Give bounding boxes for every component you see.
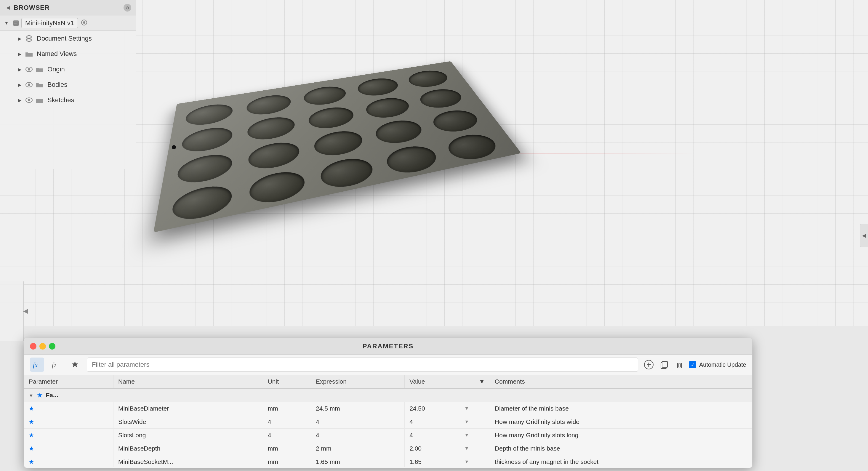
row-name[interactable]: SlotsLong: [113, 429, 263, 442]
group-label: Fa...: [46, 391, 58, 399]
table-row[interactable]: ★ MiniBaseDiameter mm 24.5 mm 24.50 ▼ Di…: [24, 402, 752, 415]
chevron-sketches[interactable]: ▶: [16, 96, 24, 104]
browser-pin-icon[interactable]: ⊙: [124, 4, 131, 11]
document-item[interactable]: ▼ MiniFinityNxN v1: [0, 15, 136, 31]
row-sort-blank: [474, 455, 490, 467]
right-collapse-handle[interactable]: ◀: [860, 224, 868, 247]
row-expression[interactable]: 24.5 mm: [311, 402, 405, 415]
favorites-button[interactable]: [68, 357, 82, 372]
doc-type-icon: [11, 19, 21, 27]
table-row-group[interactable]: ▼ ★ Fa...: [24, 388, 752, 402]
table-header: Parameter Name Unit Expression Value ▼ C…: [24, 375, 752, 388]
col-comments: Comments: [490, 375, 752, 388]
row-icon-cell: ★: [24, 442, 113, 455]
row-name[interactable]: MiniBaseDiameter: [113, 402, 263, 415]
row-sort-blank: [474, 402, 490, 415]
eye-origin-icon: [24, 65, 34, 73]
parameters-panel: PARAMETERS fx f₂: [24, 338, 752, 468]
filter-input[interactable]: [87, 357, 638, 372]
row-comments[interactable]: Diameter of the minis base: [490, 402, 752, 415]
table-row[interactable]: ★ MiniBaseSocketM... mm 1.65 mm 1.65 ▼ t…: [24, 455, 752, 467]
copy-parameter-button[interactable]: [658, 359, 670, 371]
row-sort-blank: [474, 442, 490, 455]
table-body: ▼ ★ Fa... ★ MiniBaseDiameter mm 24.5 mm …: [24, 388, 752, 467]
tray-top-face: [153, 61, 521, 232]
side-panel-hint: ◀: [0, 281, 24, 341]
bodies-label: Bodies: [48, 81, 67, 89]
doc-settings-icon[interactable]: [81, 19, 87, 27]
svg-text:f₂: f₂: [52, 361, 57, 369]
chevron-doc-settings[interactable]: ▶: [16, 34, 24, 43]
row-sort-blank: [474, 415, 490, 429]
table-row[interactable]: ★ MiniBaseDepth mm 2 mm 2.00 ▼ Depth of …: [24, 442, 752, 455]
row-unit[interactable]: mm: [263, 442, 311, 455]
params-table-container[interactable]: Parameter Name Unit Expression Value ▼ C…: [24, 375, 752, 467]
folder-bodies-icon: [34, 81, 45, 89]
browser-panel: ◀ BROWSER ⊙ ▼ MiniFinityNxN v1 ▶: [0, 0, 136, 169]
chevron-bodies[interactable]: ▶: [16, 81, 24, 89]
svg-point-4: [83, 21, 85, 24]
row-comments[interactable]: How many Gridfinity slots long: [490, 429, 752, 442]
origin-label: Origin: [48, 65, 65, 73]
delete-parameter-button[interactable]: [674, 359, 685, 371]
row-expression[interactable]: 2 mm: [311, 442, 405, 455]
auto-update-checkbox[interactable]: ✓: [689, 361, 696, 368]
row-unit[interactable]: mm: [263, 455, 311, 467]
row-value: 4 ▼: [405, 429, 474, 442]
row-expression[interactable]: 4: [311, 429, 405, 442]
minimize-button[interactable]: [39, 343, 46, 350]
auto-update-label: Automatic Update: [699, 362, 746, 368]
row-unit[interactable]: mm: [263, 402, 311, 415]
col-name: Name: [113, 375, 263, 388]
tree-item-named-views[interactable]: ▶ Named Views: [0, 46, 136, 62]
svg-point-11: [28, 99, 30, 101]
row-name[interactable]: MiniBaseDepth: [113, 442, 263, 455]
eye-sketches-icon: [24, 96, 34, 104]
row-name[interactable]: MiniBaseSocketM...: [113, 455, 263, 467]
params-title: PARAMETERS: [363, 342, 413, 350]
3d-model: [148, 18, 711, 270]
add-parameter-button[interactable]: [643, 359, 655, 371]
row-value: 1.65 ▼: [405, 455, 474, 467]
svg-text:fx: fx: [33, 361, 38, 369]
origin-point: [172, 145, 176, 149]
formula2-button[interactable]: f₂: [49, 357, 63, 372]
svg-rect-18: [662, 362, 668, 367]
row-expression[interactable]: 1.65 mm: [311, 455, 405, 467]
chevron-origin[interactable]: ▶: [16, 65, 24, 73]
table-row[interactable]: ★ SlotsWide 4 4 4 ▼ How many Gridfinity …: [24, 415, 752, 429]
group-cell: ▼ ★ Fa...: [24, 388, 752, 402]
close-button[interactable]: [30, 343, 36, 350]
maximize-button[interactable]: [49, 343, 55, 350]
col-parameter: Parameter: [24, 375, 113, 388]
params-toolbar: fx f₂: [24, 354, 752, 375]
row-comments[interactable]: thickness of any magnet in the socket: [490, 455, 752, 467]
sketches-label: Sketches: [48, 96, 74, 104]
row-expression[interactable]: 4: [311, 415, 405, 429]
row-value: 4 ▼: [405, 415, 474, 429]
tree-item-sketches[interactable]: ▶ Sketches: [0, 92, 136, 108]
row-value: 2.00 ▼: [405, 442, 474, 455]
table-row[interactable]: ★ SlotsLong 4 4 4 ▼ How many Gridfinity …: [24, 429, 752, 442]
svg-rect-1: [14, 22, 18, 22]
tree-item-document-settings[interactable]: ▶ Document Settings: [0, 31, 136, 46]
row-comments[interactable]: How many Gridfinity slots wide: [490, 415, 752, 429]
side-arrow-icon[interactable]: ◀: [23, 307, 28, 315]
row-unit[interactable]: 4: [263, 415, 311, 429]
chevron-named-views[interactable]: ▶: [16, 50, 24, 58]
params-table: Parameter Name Unit Expression Value ▼ C…: [24, 375, 752, 467]
row-name[interactable]: SlotsWide: [113, 415, 263, 429]
browser-collapse-button[interactable]: ◀: [5, 4, 11, 11]
row-unit[interactable]: 4: [263, 429, 311, 442]
folder-origin-icon: [34, 65, 45, 73]
eye-bodies-icon: [24, 81, 34, 89]
formula-button[interactable]: fx: [30, 357, 44, 372]
row-comments[interactable]: Depth of the minis base: [490, 442, 752, 455]
tree-item-bodies[interactable]: ▶ Bodies: [0, 77, 136, 92]
doc-chevron[interactable]: ▼: [2, 19, 11, 27]
tree-item-origin[interactable]: ▶ Origin: [0, 62, 136, 77]
col-value: Value: [405, 375, 474, 388]
params-titlebar: PARAMETERS: [24, 338, 752, 354]
collapse-arrow: ◀: [862, 232, 866, 239]
folder-named-views-icon: [24, 50, 34, 58]
